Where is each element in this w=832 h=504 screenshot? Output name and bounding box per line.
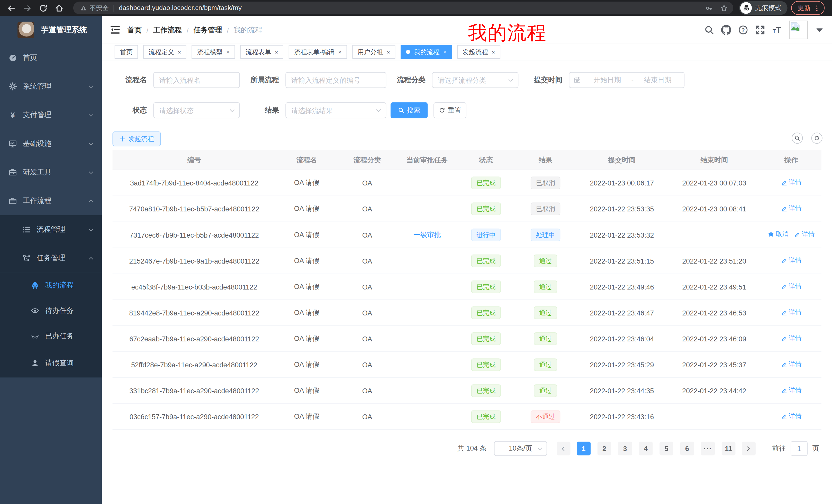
close-icon[interactable]: ×: [338, 49, 341, 55]
sidebar-item-9[interactable]: 待办任务: [0, 298, 102, 324]
cell-result: 已取消: [515, 176, 576, 189]
detail-link[interactable]: 详情: [781, 204, 801, 213]
detail-link[interactable]: 详情: [781, 386, 801, 395]
sidebar-item-1[interactable]: 系统管理: [0, 72, 102, 101]
page-button-5[interactable]: 5: [659, 442, 673, 455]
detail-link[interactable]: 详情: [781, 412, 801, 421]
date-range-picker[interactable]: 开始日期 - 结束日期: [569, 72, 684, 88]
process-name-input[interactable]: [153, 72, 240, 88]
address-bar[interactable]: 不安全 dashboard.yudao.iocoder.cn/bpm/task/…: [73, 2, 733, 15]
tab-4[interactable]: 流程表单-编辑×: [289, 45, 347, 59]
close-icon[interactable]: ×: [275, 49, 278, 55]
process-def-input[interactable]: [285, 72, 386, 88]
page-size-value: 10条/页: [509, 444, 532, 453]
page-button-2[interactable]: 2: [598, 442, 612, 455]
search-button[interactable]: 搜索: [391, 102, 427, 118]
browser-back-icon[interactable]: [7, 3, 16, 12]
create-process-button[interactable]: 发起流程: [113, 132, 161, 146]
detail-link[interactable]: 详情: [794, 230, 814, 239]
monitor-icon: [8, 139, 17, 148]
password-key-icon[interactable]: [705, 4, 713, 12]
next-page-button[interactable]: [742, 442, 756, 455]
status-badge: 已完成: [471, 281, 501, 293]
detail-link[interactable]: 详情: [781, 360, 801, 369]
search-icon[interactable]: [704, 25, 714, 35]
cell-category: OA: [338, 335, 397, 343]
tab-1[interactable]: 流程定义×: [143, 45, 186, 59]
edit-icon: [781, 257, 787, 264]
sidebar-item-8[interactable]: 我的流程: [0, 273, 102, 298]
sidebar-item-2[interactable]: ¥支付管理: [0, 101, 102, 129]
fullscreen-icon[interactable]: [755, 25, 765, 35]
sidebar-item-11[interactable]: 请假查询: [0, 349, 102, 377]
avatar-dropdown-icon[interactable]: [814, 25, 825, 35]
tab-7[interactable]: 发起流程×: [457, 45, 500, 59]
sidebar-item-10[interactable]: 已办任务: [0, 324, 102, 349]
font-size-icon[interactable]: TT: [772, 25, 782, 35]
calendar-icon: [574, 76, 581, 84]
chevron-down-icon: [536, 445, 543, 452]
result-select[interactable]: [285, 102, 386, 118]
sidebar-item-7[interactable]: 任务管理: [0, 244, 102, 272]
cell-result: 已取消: [515, 202, 576, 215]
close-icon[interactable]: ×: [178, 49, 181, 55]
browser-forward-icon[interactable]: [23, 3, 32, 12]
sidebar-collapse-button[interactable]: [110, 24, 120, 35]
close-icon[interactable]: ×: [443, 49, 447, 55]
close-icon[interactable]: ×: [492, 49, 495, 55]
browser-home-icon[interactable]: [55, 3, 64, 12]
page-button-11[interactable]: 11: [722, 442, 735, 455]
cell-task[interactable]: 一级审批: [397, 230, 458, 240]
task-link[interactable]: 一级审批: [413, 231, 441, 239]
tab-3[interactable]: 流程表单×: [240, 45, 284, 59]
detail-link[interactable]: 详情: [781, 282, 801, 291]
browser-menu-icon[interactable]: [813, 5, 821, 11]
tab-5[interactable]: 用户分组×: [352, 45, 395, 59]
start-date-placeholder[interactable]: 开始日期: [585, 75, 629, 85]
breadcrumb-home[interactable]: 首页: [127, 25, 142, 35]
sidebar-item-4[interactable]: 研发工具: [0, 158, 102, 187]
github-icon[interactable]: [721, 25, 731, 35]
sidebar-item-0[interactable]: 首页: [0, 44, 102, 72]
browser-reload-icon[interactable]: [39, 3, 48, 12]
page-button-6[interactable]: 6: [680, 442, 694, 455]
tab-2[interactable]: 流程模型×: [192, 45, 235, 59]
close-icon[interactable]: ×: [387, 49, 390, 55]
detail-link[interactable]: 详情: [781, 178, 801, 187]
cell-actions: 详情: [761, 334, 821, 343]
close-icon[interactable]: ×: [226, 49, 230, 55]
sidebar-item-3[interactable]: 基础设施: [0, 130, 102, 158]
end-date-placeholder[interactable]: 结束日期: [636, 75, 680, 85]
status-select[interactable]: [153, 102, 240, 118]
prev-page-button[interactable]: [557, 442, 571, 455]
detail-link[interactable]: 详情: [781, 308, 801, 317]
result-badge: 通过: [534, 332, 557, 345]
user-avatar[interactable]: [789, 20, 808, 39]
sidebar-item-5[interactable]: 工作流程: [0, 187, 102, 215]
browser-update-button[interactable]: 更新: [791, 1, 825, 15]
page-button-4[interactable]: 4: [639, 442, 653, 455]
breadcrumb-workflow[interactable]: 工作流程: [153, 25, 182, 35]
sidebar-item-6[interactable]: 流程管理: [0, 215, 102, 244]
breadcrumb-task[interactable]: 任务管理: [193, 25, 222, 35]
tab-6[interactable]: 我的流程×: [401, 45, 452, 59]
toggle-search-button[interactable]: [791, 133, 803, 144]
refresh-table-button[interactable]: [811, 133, 823, 144]
reset-button[interactable]: 重置: [434, 102, 466, 118]
help-icon[interactable]: ?: [738, 25, 748, 35]
page-more-button[interactable]: ···: [701, 442, 715, 455]
detail-link[interactable]: 详情: [781, 256, 801, 265]
bookmark-star-icon[interactable]: [720, 4, 728, 12]
chevron-up-icon: [88, 255, 95, 262]
table-row: 819442e8-7b9a-11ec-a290-acde48001122OA 请…: [113, 300, 822, 326]
breadcrumb-separator: /: [187, 26, 189, 34]
detail-link[interactable]: 详情: [781, 334, 801, 343]
page-button-1[interactable]: 1: [577, 442, 591, 455]
cancel-link[interactable]: 取消: [768, 230, 788, 239]
tab-0[interactable]: 首页: [115, 45, 138, 59]
category-select[interactable]: [432, 72, 518, 88]
goto-page-input[interactable]: [790, 441, 808, 456]
table-row: 2152467e-7b9b-11ec-9a1b-acde48001122OA 请…: [113, 248, 822, 274]
page-button-3[interactable]: 3: [618, 442, 632, 455]
page-size-select[interactable]: 10条/页: [494, 441, 547, 456]
